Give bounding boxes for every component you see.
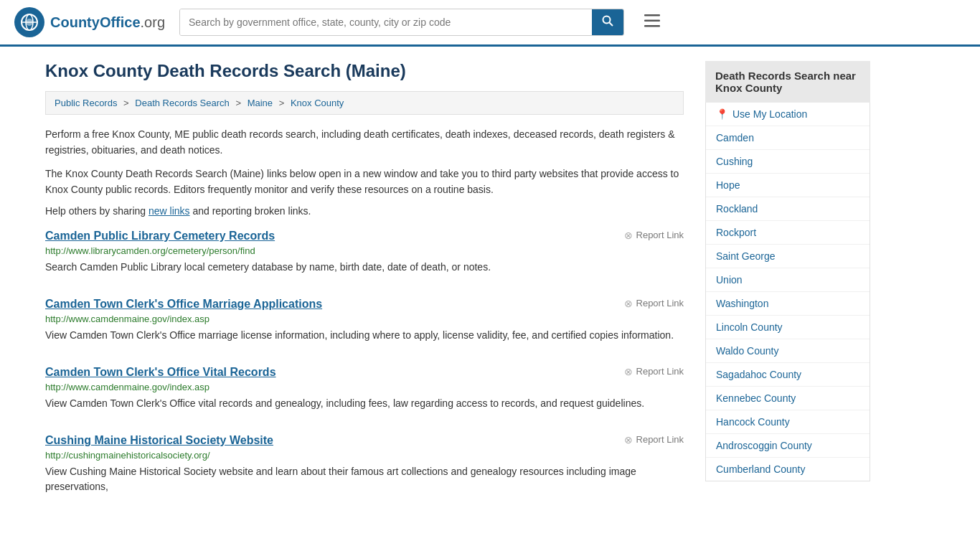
sidebar-item-8[interactable]: Lincoln County bbox=[706, 316, 870, 339]
logo-brand: CountyOffice bbox=[50, 14, 141, 30]
breadcrumb-public-records[interactable]: Public Records bbox=[55, 98, 117, 108]
record-title-1[interactable]: Camden Town Clerk's Office Marriage Appl… bbox=[45, 298, 322, 311]
sidebar-item-7[interactable]: Washington bbox=[706, 292, 870, 316]
intro-text-1: Perform a free Knox County, ME public de… bbox=[45, 126, 684, 159]
svg-rect-8 bbox=[644, 25, 660, 27]
sidebar-link-0[interactable]: Camden bbox=[716, 132, 754, 143]
search-input[interactable] bbox=[180, 9, 592, 35]
sidebar-item-1[interactable]: Cushing bbox=[706, 150, 870, 174]
use-my-location[interactable]: 📍 Use My Location bbox=[706, 103, 870, 126]
logo-suffix: .org bbox=[141, 14, 165, 30]
report-label-3: Report Link bbox=[636, 434, 684, 445]
report-link-1[interactable]: ⊗ Report Link bbox=[624, 298, 684, 309]
record-url-3[interactable]: http://cushingmainehistoricalsociety.org… bbox=[45, 450, 684, 461]
report-link-3[interactable]: ⊗ Report Link bbox=[624, 434, 684, 446]
sidebar-item-4[interactable]: Rockport bbox=[706, 221, 870, 245]
record-url-1[interactable]: http://www.camdenmaine.gov/index.asp bbox=[45, 314, 684, 324]
record-entry-0: Camden Public Library Cemetery Records ⊗… bbox=[45, 230, 684, 281]
sidebar-item-2[interactable]: Hope bbox=[706, 174, 870, 197]
sidebar-link-12[interactable]: Hancock County bbox=[716, 416, 790, 428]
sidebar: Death Records Search near Knox County 📍 … bbox=[705, 61, 870, 517]
new-links-link[interactable]: new links bbox=[149, 205, 190, 217]
use-location-link[interactable]: Use My Location bbox=[732, 108, 807, 120]
report-icon-3: ⊗ bbox=[624, 434, 633, 446]
record-entry-1: Camden Town Clerk's Office Marriage Appl… bbox=[45, 298, 684, 349]
svg-rect-6 bbox=[644, 14, 660, 17]
logo-text: CountyOffice.org bbox=[50, 14, 165, 31]
report-label-1: Report Link bbox=[636, 298, 684, 309]
record-title-3[interactable]: Cushing Maine Historical Society Website bbox=[45, 434, 273, 447]
record-title-row: Cushing Maine Historical Society Website… bbox=[45, 434, 684, 447]
sidebar-item-13[interactable]: Androscoggin County bbox=[706, 434, 870, 458]
report-link-0[interactable]: ⊗ Report Link bbox=[624, 230, 684, 241]
sharing-text: Help others by sharing new links and rep… bbox=[45, 205, 684, 217]
search-button[interactable] bbox=[592, 9, 623, 35]
sidebar-item-12[interactable]: Hancock County bbox=[706, 410, 870, 434]
main-container: Knox County Death Records Search (Maine)… bbox=[31, 47, 949, 517]
sidebar-link-7[interactable]: Washington bbox=[716, 298, 768, 309]
record-title-2[interactable]: Camden Town Clerk's Office Vital Records bbox=[45, 366, 276, 379]
sidebar-link-6[interactable]: Union bbox=[716, 274, 743, 286]
records-container: Camden Public Library Cemetery Records ⊗… bbox=[45, 230, 684, 500]
record-desc-1: View Camden Town Clerk's Office marriage… bbox=[45, 328, 684, 343]
record-title-row: Camden Town Clerk's Office Vital Records… bbox=[45, 366, 684, 379]
sidebar-link-5[interactable]: Saint George bbox=[716, 250, 776, 262]
breadcrumb-knox-county[interactable]: Knox County bbox=[291, 98, 344, 108]
record-url-2[interactable]: http://www.camdenmaine.gov/index.asp bbox=[45, 382, 684, 392]
search-bar bbox=[179, 9, 624, 36]
sidebar-link-8[interactable]: Lincoln County bbox=[716, 321, 783, 333]
record-title-0[interactable]: Camden Public Library Cemetery Records bbox=[45, 230, 275, 242]
report-link-2[interactable]: ⊗ Report Link bbox=[624, 366, 684, 377]
report-icon-0: ⊗ bbox=[624, 230, 633, 241]
report-icon-1: ⊗ bbox=[624, 298, 633, 309]
record-entry-3: Cushing Maine Historical Society Website… bbox=[45, 434, 684, 500]
report-icon-2: ⊗ bbox=[624, 366, 633, 377]
breadcrumb-maine[interactable]: Maine bbox=[248, 98, 273, 108]
svg-line-5 bbox=[610, 23, 613, 27]
sidebar-link-13[interactable]: Androscoggin County bbox=[716, 440, 812, 451]
sidebar-link-3[interactable]: Rockland bbox=[716, 203, 758, 215]
record-url-0[interactable]: http://www.librarycamden.org/cemetery/pe… bbox=[45, 245, 684, 256]
sidebar-link-11[interactable]: Kennebec County bbox=[716, 392, 796, 404]
sidebar-item-3[interactable]: Rockland bbox=[706, 197, 870, 221]
sidebar-item-10[interactable]: Sagadahoc County bbox=[706, 363, 870, 387]
sidebar-link-14[interactable]: Cumberland County bbox=[716, 463, 806, 475]
svg-point-4 bbox=[603, 17, 611, 24]
svg-rect-7 bbox=[644, 20, 660, 22]
page-title: Knox County Death Records Search (Maine) bbox=[45, 61, 684, 81]
intro-text-2: The Knox County Death Records Search (Ma… bbox=[45, 166, 684, 198]
sidebar-link-4[interactable]: Rockport bbox=[716, 227, 756, 238]
pin-icon: 📍 bbox=[716, 108, 728, 120]
record-desc-3: View Cushing Maine Historical Society we… bbox=[45, 464, 684, 494]
sidebar-link-10[interactable]: Sagadahoc County bbox=[716, 369, 801, 380]
sidebar-list: 📍 Use My Location CamdenCushingHopeRockl… bbox=[705, 103, 870, 481]
record-desc-0: Search Camden Public Library local cemet… bbox=[45, 260, 684, 275]
report-label-2: Report Link bbox=[636, 366, 684, 377]
report-label-0: Report Link bbox=[636, 230, 684, 240]
sidebar-link-1[interactable]: Cushing bbox=[716, 156, 753, 167]
record-title-row: Camden Public Library Cemetery Records ⊗… bbox=[45, 230, 684, 242]
sidebar-item-9[interactable]: Waldo County bbox=[706, 339, 870, 363]
breadcrumb: Public Records > Death Records Search > … bbox=[45, 91, 684, 115]
sidebar-item-6[interactable]: Union bbox=[706, 268, 870, 292]
header: CountyOffice.org bbox=[0, 0, 980, 47]
sidebar-header: Death Records Search near Knox County bbox=[705, 61, 870, 103]
sidebar-item-14[interactable]: Cumberland County bbox=[706, 458, 870, 481]
sidebar-link-2[interactable]: Hope bbox=[716, 179, 740, 191]
record-desc-2: View Camden Town Clerk's Office vital re… bbox=[45, 396, 684, 411]
sidebar-item-5[interactable]: Saint George bbox=[706, 245, 870, 268]
breadcrumb-death-records-search[interactable]: Death Records Search bbox=[135, 98, 230, 108]
sidebar-link-9[interactable]: Waldo County bbox=[716, 345, 778, 357]
logo-area: CountyOffice.org bbox=[14, 7, 165, 37]
sidebar-item-11[interactable]: Kennebec County bbox=[706, 387, 870, 410]
record-title-row: Camden Town Clerk's Office Marriage Appl… bbox=[45, 298, 684, 311]
sidebar-item-0[interactable]: Camden bbox=[706, 126, 870, 150]
menu-button[interactable] bbox=[639, 10, 666, 34]
logo-icon bbox=[14, 7, 44, 37]
record-entry-2: Camden Town Clerk's Office Vital Records… bbox=[45, 366, 684, 417]
content-area: Knox County Death Records Search (Maine)… bbox=[45, 61, 705, 517]
